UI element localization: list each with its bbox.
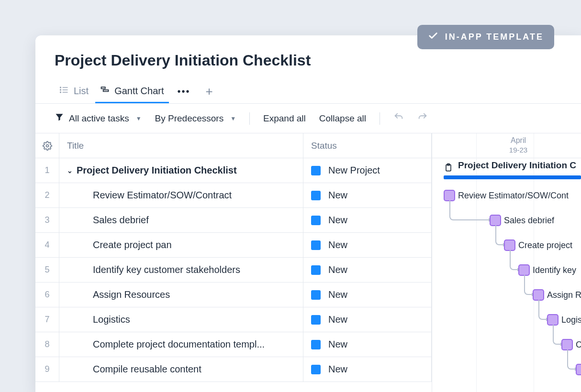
row-number: 4	[35, 233, 59, 257]
filter-dropdown[interactable]: All active tasks ▼	[55, 112, 142, 124]
gantt-task-bar[interactable]: Assign R	[533, 289, 581, 301]
gantt-task-bar[interactable]: Identify key	[518, 264, 576, 276]
add-tab-button[interactable]: +	[199, 84, 220, 99]
svg-rect-6	[101, 87, 105, 88]
row-status-cell[interactable]: New	[303, 258, 432, 282]
column-status-header[interactable]: Status	[303, 133, 432, 158]
row-status-cell[interactable]: New	[303, 233, 432, 257]
table-row[interactable]: 9Compile reusable contentNew	[35, 357, 432, 382]
task-box-icon	[533, 289, 544, 301]
task-box-icon	[504, 240, 515, 251]
task-box-icon	[547, 314, 559, 326]
check-icon	[428, 31, 438, 44]
gantt-task-label: Sales debrief	[504, 216, 554, 226]
row-title-cell[interactable]: Complete project documentation templ...	[59, 332, 303, 357]
caret-down-icon: ▼	[230, 115, 236, 122]
row-number: 2	[35, 183, 59, 207]
gantt-connector	[510, 250, 517, 270]
gantt-parent-bar[interactable]	[444, 175, 581, 179]
table-row[interactable]: 8Complete project documentation templ...…	[35, 332, 432, 357]
gantt-task-bar[interactable]: Logist	[547, 314, 581, 326]
row-title-cell[interactable]: Logistics	[59, 307, 303, 332]
row-title-cell[interactable]: Create project pan	[59, 233, 303, 257]
expand-all-button[interactable]: Expand all	[263, 113, 306, 124]
caret-down-icon: ▼	[136, 115, 142, 122]
row-title-cell[interactable]: Compile reusable content	[59, 357, 303, 381]
table-row[interactable]: 3Sales debriefNew	[35, 208, 432, 233]
svg-point-8	[46, 144, 48, 147]
tab-list-label: List	[74, 86, 89, 97]
row-status-cell[interactable]: New	[303, 332, 432, 357]
gantt-task-bar[interactable]	[576, 364, 581, 375]
task-box-icon	[576, 364, 581, 375]
table-row[interactable]: 2Review Estimator/SOW/ContractNew	[35, 183, 432, 208]
table-row[interactable]: 5Identify key customer stakeholdersNew	[35, 258, 432, 283]
row-number: 1	[35, 158, 59, 183]
collapse-all-button[interactable]: Collapse all	[319, 113, 366, 124]
gantt-panel[interactable]: April 19-23 Project Delivery Initiation …	[432, 133, 581, 392]
gantt-task-label: Logist	[561, 315, 581, 325]
clipboard-icon	[444, 163, 453, 175]
chevron-down-icon[interactable]: ⌄	[67, 167, 73, 174]
status-color-box	[311, 166, 321, 175]
tab-gantt[interactable]: Gantt Chart	[95, 80, 168, 103]
row-number: 7	[35, 307, 59, 332]
status-color-box	[311, 265, 321, 275]
row-status-cell[interactable]: New	[303, 283, 432, 307]
column-title-header[interactable]: Title	[59, 133, 303, 158]
row-status-cell[interactable]: New Project	[303, 158, 432, 183]
row-title-cell[interactable]: Review Estimator/SOW/Contract	[59, 183, 303, 207]
page-title: Project Delivery Initiation Checklist	[55, 52, 562, 69]
gantt-task-bar[interactable]: Co	[561, 339, 581, 350]
status-color-box	[311, 191, 321, 200]
gantt-task-row	[432, 357, 581, 382]
row-status-cell[interactable]: New	[303, 208, 432, 232]
table-row[interactable]: 7LogisticsNew	[35, 307, 432, 332]
task-box-icon	[490, 215, 501, 226]
grouping-dropdown[interactable]: By Predecessors ▼	[155, 113, 236, 124]
row-number: 6	[35, 283, 59, 307]
row-title-text: Project Delivery Initiation Checklist	[77, 165, 237, 176]
status-label: New	[328, 364, 347, 375]
row-status-cell[interactable]: New	[303, 357, 432, 381]
grid-settings-button[interactable]	[35, 133, 59, 158]
gantt-parent-row[interactable]: Project Delivery Initiation C	[432, 158, 581, 183]
row-title-cell[interactable]: Identify key customer stakeholders	[59, 258, 303, 282]
table-row[interactable]: 6Assign ResourcesNew	[35, 283, 432, 307]
row-status-cell[interactable]: New	[303, 183, 432, 207]
row-title-text: Assign Resources	[93, 289, 170, 300]
table-row[interactable]: 1⌄Project Delivery Initiation ChecklistN…	[35, 158, 432, 183]
table-row[interactable]: 4Create project panNew	[35, 233, 432, 258]
row-title-cell[interactable]: Assign Resources	[59, 283, 303, 307]
tabs-more-button[interactable]: •••	[171, 86, 197, 97]
tab-list[interactable]: List	[55, 80, 93, 103]
row-status-cell[interactable]: New	[303, 307, 432, 332]
undo-button[interactable]	[393, 112, 404, 125]
gantt-task-row: Create project	[432, 233, 581, 258]
in-app-template-badge: IN-APP TEMPLATE	[417, 25, 554, 49]
svg-point-5	[60, 92, 61, 93]
gantt-task-row: Identify key	[432, 258, 581, 283]
gantt-task-label: Create project	[518, 240, 572, 250]
gantt-task-bar[interactable]: Create project	[504, 240, 572, 251]
redo-button[interactable]	[417, 112, 428, 125]
badge-label: IN-APP TEMPLATE	[445, 32, 544, 42]
row-title-cell[interactable]: ⌄Project Delivery Initiation Checklist	[59, 158, 303, 183]
divider	[249, 112, 250, 125]
toolbar: All active tasks ▼ By Predecessors ▼ Exp…	[35, 104, 581, 133]
status-label: New Project	[328, 165, 380, 176]
row-title-text: Identify key customer stakeholders	[93, 264, 240, 275]
status-color-box	[311, 315, 321, 325]
gantt-task-label: Assign R	[547, 290, 581, 300]
row-title-cell[interactable]: Sales debrief	[59, 208, 303, 232]
task-grid: Title Status 1⌄Project Delivery Initiati…	[35, 133, 432, 392]
status-color-box	[311, 340, 321, 349]
status-label: New	[328, 264, 347, 275]
gantt-task-bar[interactable]: Sales debrief	[490, 215, 554, 226]
row-number: 3	[35, 208, 59, 232]
gantt-task-bar[interactable]: Review Estimator/SOW/Cont	[444, 190, 569, 201]
gantt-task-row: Sales debrief	[432, 208, 581, 233]
gantt-body: Project Delivery Initiation CReview Esti…	[432, 158, 581, 382]
filter-label: All active tasks	[69, 113, 129, 124]
row-title-text: Logistics	[93, 314, 130, 325]
